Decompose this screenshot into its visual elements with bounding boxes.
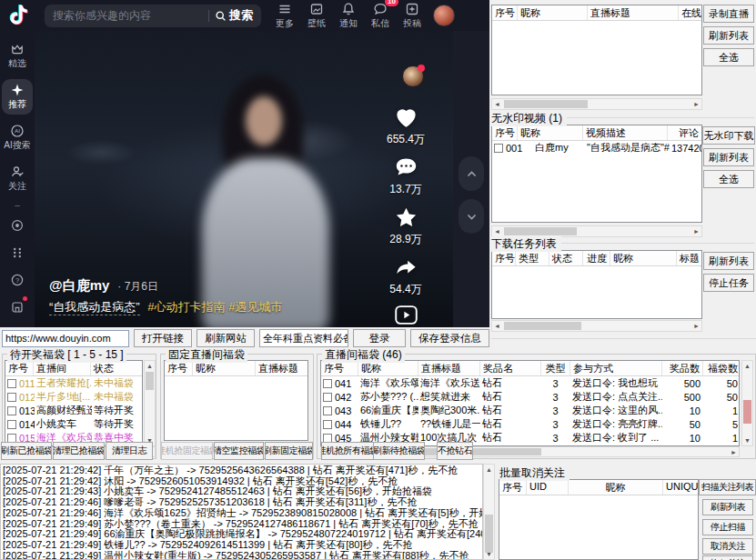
login-button[interactable]: 登录	[353, 329, 406, 347]
scroll-right-icon[interactable]: ►	[691, 226, 701, 236]
col-id[interactable]: 序号	[5, 361, 34, 375]
comment-button[interactable]	[394, 155, 418, 180]
clear-log-button[interactable]: 清理日志	[106, 442, 153, 460]
scan-follow-list-button[interactable]: 扫描关注列表	[699, 479, 756, 495]
nav-messages[interactable]: 10 私信	[371, 2, 389, 30]
col-nick[interactable]: 昵称	[610, 251, 677, 265]
col-nick[interactable]: 昵称	[518, 125, 583, 140]
sidebar-item-ai-search[interactable]: AI AI搜索	[2, 120, 33, 155]
nav-notifications[interactable]: 通知	[339, 2, 358, 30]
scroll-right-icon[interactable]: ►	[691, 99, 701, 109]
col-title[interactable]: 直播标题	[588, 5, 679, 20]
scroll-down-icon[interactable]: ▼	[742, 435, 752, 445]
douyin-logo-icon[interactable]	[6, 3, 32, 28]
clear-grabbed-bags-button[interactable]: 清理已抢福袋	[53, 442, 105, 460]
col-type[interactable]: 类型	[541, 361, 570, 375]
col-desc[interactable]: 视频描述	[583, 125, 668, 140]
skip-diamond-button[interactable]: 不抢钻石	[437, 442, 473, 460]
user-avatar[interactable]	[433, 5, 455, 26]
refresh-pending-bags-button[interactable]: 刷新待抢福袋	[373, 442, 425, 460]
scroll-left-icon[interactable]: ◄	[492, 226, 502, 236]
table-row[interactable]: 012半斤多!地[...未中福袋	[5, 390, 142, 404]
scroll-thumb[interactable]	[504, 227, 577, 235]
row-checkbox[interactable]	[323, 420, 332, 429]
scroll-thumb[interactable]	[504, 100, 588, 108]
col-bag-count[interactable]: 福袋数	[703, 361, 740, 375]
refresh-grabbed-bags-button[interactable]: 刷新已抢福袋	[1, 442, 52, 460]
like-button[interactable]	[394, 105, 418, 130]
col-id[interactable]: 序号	[321, 361, 358, 375]
col-type[interactable]: 类型	[516, 251, 549, 265]
collapse-dash-icon[interactable]: –	[15, 202, 20, 209]
favorite-button[interactable]	[394, 205, 418, 230]
table-row[interactable]: 014小姚卖车等待开奖	[5, 417, 142, 431]
col-title[interactable]: 标题	[677, 251, 701, 265]
profile-select[interactable]: 全年科重点资料必备 ▼	[259, 329, 348, 347]
scroll-up-icon[interactable]: ▲	[145, 361, 155, 371]
refresh-list-button[interactable]: 刷新列表	[702, 499, 753, 515]
table-row[interactable]: 041海洋《欢乐颂...海洋《欢乐送...钻石3发送口令: 我也想玩50050	[321, 376, 739, 390]
clear-monitor-bags-button[interactable]: 清空监控福袋	[214, 442, 264, 460]
scroll-up-icon[interactable]: ▲	[484, 465, 494, 475]
col-id[interactable]: 序号	[492, 125, 518, 140]
col-title[interactable]: 直播标题	[256, 361, 307, 375]
restore-follow-button[interactable]: 恢复关注	[702, 555, 753, 560]
refresh-list-button[interactable]: 刷新列表	[703, 148, 754, 166]
search-input[interactable]	[53, 9, 203, 22]
col-nick[interactable]: 昵称	[358, 361, 418, 375]
caption-hashtags[interactable]: #心动打卡指南 #遇见城市	[147, 300, 282, 314]
col-prize-count[interactable]: 奖品数	[662, 361, 703, 375]
url-input[interactable]	[2, 330, 129, 347]
row-checkbox[interactable]	[323, 434, 332, 443]
scroll-right-icon[interactable]: ►	[691, 321, 701, 331]
scroll-left-icon[interactable]: ◄	[492, 321, 502, 331]
col-status[interactable]: 状态	[91, 361, 142, 375]
col-online[interactable]: 在线	[679, 5, 702, 20]
nav-wallpaper[interactable]: 壁纸	[307, 2, 326, 30]
auto-grab-all-bags-button[interactable]: 挂机抢所有福袋	[321, 442, 374, 460]
previous-video-button[interactable]	[459, 156, 484, 191]
col-method[interactable]: 参与方式	[570, 361, 662, 375]
select-all-button[interactable]: 全选	[703, 48, 754, 66]
col-prize[interactable]: 奖品名	[480, 361, 541, 375]
row-checkbox[interactable]	[323, 379, 332, 388]
row-checkbox[interactable]	[7, 406, 16, 415]
video-player[interactable]: 655.4万 13.7万 28.9万 54.4万 看相关 ···	[35, 31, 453, 327]
table-row[interactable]: 044铁锤儿????铁锤儿是一...钻石3发送口令: 亮亮灯牌...505	[321, 417, 739, 431]
col-status[interactable]: 状态	[549, 251, 583, 265]
scroll-right-icon[interactable]: ►	[729, 447, 739, 457]
stop-scan-button[interactable]: 停止扫描	[702, 519, 753, 535]
col-room[interactable]: 直播间	[34, 361, 91, 375]
open-link-button[interactable]: 打开链接	[134, 329, 192, 347]
col-nick[interactable]: 昵称	[518, 5, 588, 20]
scroll-up-icon[interactable]: ▲	[742, 361, 752, 371]
watch-related-button[interactable]: 看相关	[391, 305, 421, 327]
row-checkbox[interactable]	[494, 144, 503, 153]
help-icon[interactable]: ?	[10, 269, 25, 291]
scroll-thumb[interactable]	[485, 515, 493, 553]
scroll-left-icon[interactable]: ◄	[492, 99, 502, 109]
no-watermark-download-button[interactable]: 无水印下载	[702, 126, 755, 145]
col-nick[interactable]: 昵称	[193, 361, 256, 375]
save-login-button[interactable]: 保存登录信息	[410, 329, 489, 347]
row-checkbox[interactable]	[323, 393, 332, 402]
table-row[interactable]: 011王者荣耀抢[...未中福袋	[5, 376, 142, 390]
scroll-thumb[interactable]	[743, 400, 751, 424]
sidebar-item-featured[interactable]: 精选	[2, 38, 33, 74]
row-checkbox[interactable]	[7, 393, 16, 402]
feedback-panel-icon[interactable]	[10, 296, 25, 318]
col-nick[interactable]: 昵称	[569, 480, 663, 495]
scroll-thumb[interactable]	[504, 322, 581, 330]
next-video-button[interactable]	[459, 199, 484, 234]
refresh-site-button[interactable]: 刷新网站	[197, 329, 255, 347]
search-button[interactable]: 搜索	[215, 7, 253, 24]
sidebar-item-following[interactable]: 关注	[2, 161, 33, 196]
table-row[interactable]: 001 白鹿my "自我感动是病态"#... 137420	[492, 141, 701, 155]
table-row[interactable]: 04366渝重庆【奥...奥陶纪300米...钻石3发送口令: 这里的风...1…	[321, 404, 739, 417]
col-title[interactable]: 直播标题	[418, 361, 480, 375]
row-checkbox[interactable]	[323, 406, 332, 415]
share-button[interactable]	[394, 255, 418, 280]
table-row[interactable]: 042苏小婪??? (...想笑就进来钻石3发送口令: 点点关注...50050	[321, 390, 739, 404]
cancel-follow-button[interactable]: 取消关注	[702, 538, 753, 555]
row-checkbox[interactable]	[7, 420, 16, 429]
